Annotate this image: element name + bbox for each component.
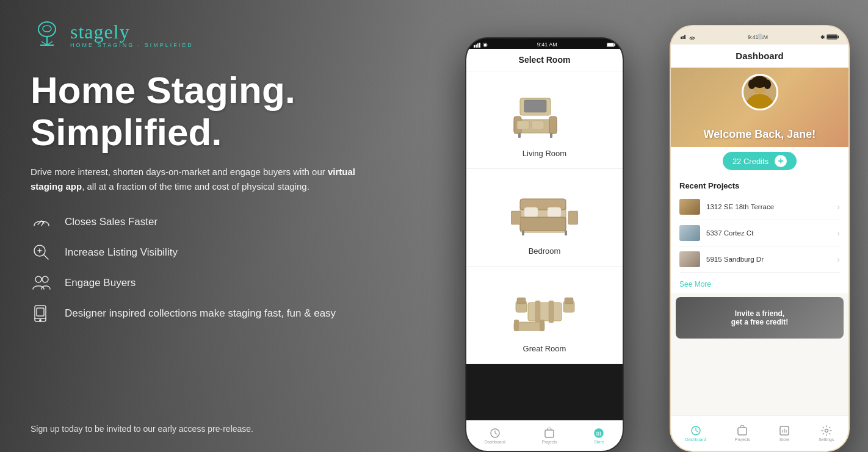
invite-text: Invite a friend, get a free credit!	[731, 309, 788, 326]
feature-closes-sales: Closes Sales Faster	[31, 211, 403, 233]
svg-rect-57	[684, 35, 685, 39]
description-normal: Drive more interest, shorten days-on-mar…	[31, 167, 328, 177]
phones-section: ◉ 9:41 AM Select Room	[429, 0, 868, 452]
credits-bar: 22 Credits +	[671, 147, 848, 175]
bedroom-label: Bedroom	[529, 246, 561, 256]
dark-nav-store[interactable]: Store	[593, 428, 604, 444]
project-item-1[interactable]: 1312 SE 18th Terrace ›	[679, 194, 840, 220]
user-avatar	[742, 74, 778, 110]
recent-projects-section: Recent Projects 1312 SE 18th Terrace › 5…	[671, 175, 848, 275]
description: Drive more interest, shorten days-on-mar…	[31, 165, 372, 194]
project-address-1: 1312 SE 18th Terrace	[706, 203, 831, 210]
brand-tagline: HOME STAGING · SIMPLIFIED	[70, 43, 193, 48]
room-bedroom: Bedroom	[466, 169, 623, 267]
tablet-icon-svg	[32, 304, 51, 323]
svg-rect-35	[524, 207, 538, 217]
signup-text: Sign up today to be invited to our early…	[31, 424, 403, 434]
phone-dark: ◉ 9:41 AM Select Room	[465, 37, 624, 452]
svg-rect-43	[535, 301, 540, 323]
room-living: Living Room	[466, 71, 623, 169]
svg-rect-29	[517, 121, 529, 129]
credits-plus-button[interactable]: +	[775, 155, 787, 167]
recent-projects-title: Recent Projects	[679, 181, 840, 190]
search-plus-icon-svg	[32, 243, 51, 262]
svg-rect-18	[476, 45, 477, 48]
svg-rect-16	[37, 308, 44, 316]
dark-phone-bottom-nav: Dashboard Projects Store	[466, 420, 623, 451]
feature-listing-label: Increase Listing Visibility	[65, 246, 178, 259]
svg-point-0	[38, 22, 56, 37]
search-plus-icon	[31, 242, 52, 264]
svg-point-62	[744, 93, 774, 109]
dark-phone-time: 9:41 AM	[537, 41, 557, 48]
svg-rect-51	[540, 320, 544, 331]
living-room-img	[508, 84, 581, 145]
dark-nav-dashboard[interactable]: Dashboard	[485, 428, 505, 444]
welcome-text: Welcome Back, Jane!	[671, 128, 848, 141]
svg-rect-69	[738, 428, 747, 435]
credits-label: 22 Credits	[732, 157, 769, 166]
svg-rect-61	[827, 35, 837, 38]
svg-rect-32	[550, 133, 552, 138]
svg-rect-41	[565, 231, 567, 235]
room-grid: Living Room	[466, 71, 623, 409]
tablet-icon	[31, 303, 52, 325]
dark-nav-projects[interactable]: Projects	[541, 428, 557, 444]
project-item-2[interactable]: 5337 Cortez Ct ›	[679, 220, 840, 246]
svg-rect-31	[518, 133, 521, 138]
svg-rect-38	[511, 211, 521, 224]
svg-rect-56	[682, 36, 684, 39]
headline-line2: Simplified.	[31, 111, 403, 153]
svg-rect-22	[614, 44, 615, 46]
svg-point-58	[692, 39, 693, 40]
see-more-link[interactable]: See More	[671, 275, 848, 293]
credits-pill[interactable]: 22 Credits +	[723, 152, 797, 170]
svg-rect-23	[607, 43, 613, 46]
logo-text: stagely HOME STAGING · SIMPLIFIED	[70, 22, 193, 48]
svg-rect-28	[549, 117, 557, 134]
dark-phone-header: Select Room	[466, 49, 623, 71]
svg-point-1	[43, 26, 51, 32]
svg-rect-20	[479, 43, 480, 48]
svg-point-71	[825, 429, 828, 432]
gold-nav-settings[interactable]: Settings	[819, 425, 834, 442]
svg-rect-37	[520, 217, 566, 231]
project-chevron-1: ›	[837, 202, 840, 212]
feature-designer: Designer inspired collections make stagi…	[31, 303, 403, 325]
project-chevron-3: ›	[837, 254, 840, 264]
svg-rect-19	[477, 43, 479, 48]
living-room-label: Living Room	[523, 149, 566, 158]
gold-nav-projects[interactable]: Projects	[735, 425, 750, 442]
svg-rect-53	[545, 430, 554, 437]
logo-icon	[31, 18, 64, 52]
project-item-3[interactable]: 5915 Sandburg Dr ›	[679, 246, 840, 273]
gold-phone-bottom-nav: Dashboard Projects Store Settings	[671, 415, 848, 451]
svg-point-11	[35, 276, 42, 282]
svg-rect-40	[522, 231, 524, 235]
speed-icon-svg	[32, 212, 51, 232]
project-address-3: 5915 Sandburg Dr	[706, 256, 831, 263]
svg-rect-60	[838, 36, 839, 38]
svg-rect-36	[548, 207, 561, 217]
feature-engage-buyers: Engage Buyers	[31, 272, 403, 294]
left-panel: stagely HOME STAGING · SIMPLIFIED Home S…	[0, 0, 439, 452]
gold-nav-dashboard[interactable]: Dashboard	[685, 425, 706, 442]
dashboard-title: Dashboard	[671, 45, 848, 68]
dashboard-hero: Welcome Back, Jane!	[671, 68, 848, 147]
buyers-icon-svg	[32, 273, 51, 293]
svg-rect-39	[568, 211, 578, 224]
svg-rect-17	[474, 45, 475, 48]
svg-point-15	[40, 320, 41, 321]
headline: Home Staging. Simplified.	[31, 69, 403, 154]
logo: stagely HOME STAGING · SIMPLIFIED	[31, 18, 403, 52]
gold-nav-store[interactable]: Store	[779, 425, 790, 442]
svg-rect-55	[681, 37, 682, 39]
features-list: Closes Sales Faster Increase Listing Vis…	[31, 211, 403, 325]
svg-rect-30	[532, 121, 544, 129]
great-room-label: Great Room	[523, 344, 566, 353]
gold-phone-screen: Dashboard Welcome Back,	[671, 45, 848, 415]
gold-phone-camera	[757, 34, 763, 40]
svg-rect-42	[528, 303, 562, 321]
bedroom-img	[508, 182, 581, 243]
feature-designer-label: Designer inspired collections make stagi…	[65, 307, 336, 320]
